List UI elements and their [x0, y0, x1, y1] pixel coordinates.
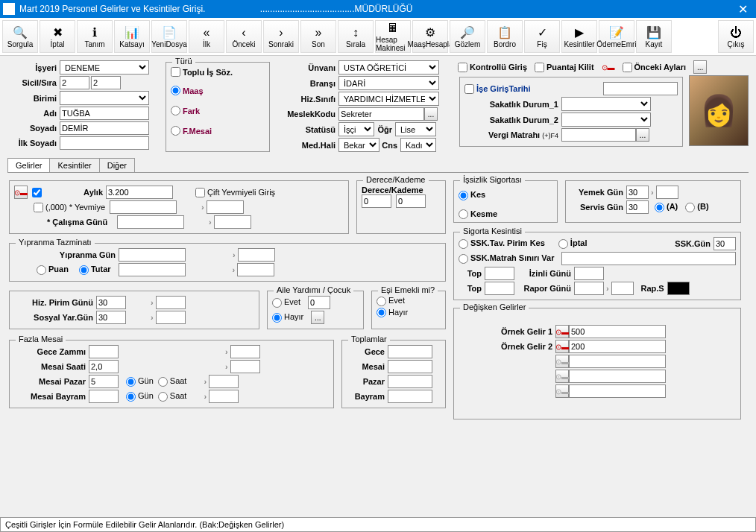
yipranmagun-input[interactable] — [119, 248, 186, 262]
ornek2-input[interactable] — [569, 340, 666, 353]
toolbar-i̇ptal[interactable]: ✖İptal — [40, 20, 75, 53]
gecezammi-alt-input[interactable] — [230, 345, 260, 358]
ab-b-radio[interactable]: (B) — [685, 202, 711, 212]
pazar-saat-radio[interactable]: Saat — [158, 376, 187, 387]
fmesai-radio[interactable]: F.Mesai — [171, 126, 212, 136]
medhal-select[interactable]: Bekar — [338, 138, 379, 152]
yipranma-alt-input[interactable] — [238, 248, 275, 262]
toolbar-ödemeemri[interactable]: 📝ÖdemeEmri — [599, 20, 634, 53]
tab-diger[interactable]: Diğer — [99, 158, 135, 172]
meslek-lookup-button[interactable]: ... — [424, 107, 438, 121]
izinli-input[interactable] — [574, 267, 604, 280]
top1-input[interactable] — [485, 267, 514, 280]
toolbar-maaşhesapla[interactable]: ⚙MaaşHesapla — [412, 20, 448, 53]
tab-kesintiler[interactable]: Kesintiler — [49, 158, 99, 172]
sskmatrah-input[interactable] — [561, 252, 736, 265]
aylik-input[interactable] — [106, 186, 173, 199]
toolbar-yenidosya[interactable]: 📄YeniDosya — [151, 20, 187, 53]
ogr-select[interactable]: Lise — [395, 122, 436, 136]
bayram-gun-radio[interactable]: Gün — [126, 391, 154, 402]
degisken-input-5[interactable] — [569, 384, 666, 398]
yevmiye-input[interactable] — [110, 200, 177, 214]
mesaipazar-input[interactable] — [89, 375, 119, 388]
hizprim-input[interactable] — [96, 296, 126, 309]
cocuk-input[interactable] — [308, 296, 330, 309]
mesaibayram-input[interactable] — [89, 390, 119, 403]
maas-radio[interactable]: Maaş — [171, 86, 204, 95]
degisken-key-3[interactable]: ⊙▬ — [555, 355, 569, 368]
mesaibayram-alt-input[interactable] — [209, 390, 239, 403]
sosyalyar-alt-input[interactable] — [156, 311, 186, 324]
mesaisaati-alt-input[interactable] — [230, 360, 260, 373]
calisma-input[interactable] — [117, 215, 184, 229]
pazar-input[interactable] — [388, 375, 432, 388]
birimi-select[interactable] — [60, 91, 149, 105]
tutar-radio[interactable]: Tutar — [79, 265, 114, 275]
toolbar-gözlem[interactable]: 🔎Gözlem — [450, 20, 485, 53]
yemekgun-alt-input[interactable] — [656, 186, 678, 199]
servisgun-input[interactable] — [626, 200, 649, 214]
puantaj-check[interactable]: Puantaj Kilit — [535, 63, 594, 72]
bransi-select[interactable]: İDARİ — [338, 76, 439, 90]
cns-select[interactable]: Kadın — [400, 138, 436, 152]
toolbar-tanım[interactable]: ℹTanım — [77, 20, 113, 53]
fark-radio[interactable]: Fark — [171, 106, 200, 115]
isyeri-select[interactable]: DENEME — [60, 60, 149, 75]
hizsinifi-select[interactable]: YARDIMCI HİZMETLER — [338, 92, 439, 106]
degisken-input-3[interactable] — [569, 355, 666, 368]
mesaisaati-input[interactable] — [89, 360, 119, 373]
yemekgun-input[interactable] — [626, 186, 649, 199]
toolbar-sorgula[interactable]: 🔍Sorgula — [2, 20, 38, 53]
calisma-alt-input[interactable] — [214, 215, 251, 229]
esemekli-evet-radio[interactable]: Evet — [377, 296, 405, 306]
rapor-alt-input[interactable] — [611, 282, 634, 295]
tab-gelirler[interactable]: Gelirler — [7, 158, 50, 172]
puan-radio[interactable]: Puan — [37, 265, 72, 275]
rapor-input[interactable] — [574, 282, 604, 295]
soyadi-input[interactable] — [60, 121, 149, 135]
ciftyevmiye-check[interactable]: Çift Yevmiyeli Giriş — [195, 188, 275, 197]
close-button[interactable]: ✕ — [732, 2, 753, 16]
aile-evet-radio[interactable]: Evet — [272, 297, 300, 308]
mesai-input[interactable] — [388, 360, 432, 373]
status-select[interactable]: İşçi — [338, 122, 374, 136]
kes-radio[interactable]: Kes — [459, 190, 488, 199]
sicil-input-2[interactable] — [91, 76, 121, 89]
ornek1-key-button[interactable]: ⊙▬ — [555, 325, 569, 338]
sakatlik2-select[interactable] — [561, 113, 651, 127]
puan-tutar-input[interactable] — [119, 263, 186, 276]
degisken-key-4[interactable]: ⊙▬ — [555, 370, 569, 383]
aylik-check[interactable] — [32, 188, 42, 197]
isegiris-check[interactable]: İşe GirişTarihi — [464, 84, 531, 94]
onceki-check[interactable]: Önceki Ayları — [623, 63, 687, 72]
yevmiye-alt-input[interactable] — [207, 200, 244, 214]
degisken-key-5[interactable]: ⊙▬ — [555, 384, 569, 398]
toolbar-katsayı[interactable]: 📊Katsayı — [114, 20, 150, 53]
kontrollu-check[interactable]: Kontrollü Giriş — [458, 63, 527, 72]
vergimatrah-input[interactable] — [561, 128, 636, 142]
ab-a-radio[interactable]: (A) — [655, 202, 681, 212]
onceki-lookup-button[interactable]: ... — [693, 60, 707, 74]
yevmiye-check[interactable]: (,000) * Yevmiye — [34, 203, 105, 212]
puan-tutar-alt-input[interactable] — [237, 263, 274, 276]
toolbar-fiş[interactable]: ✓Fiş — [524, 20, 560, 53]
iptal-radio[interactable]: İptal — [558, 238, 590, 249]
aile-lookup-button[interactable]: ... — [311, 311, 324, 324]
toolbar-önceki[interactable]: ‹Önceki — [226, 20, 262, 53]
pazar-gun-radio[interactable]: Gün — [126, 376, 154, 387]
toolbar-kayıt[interactable]: 💾Kayıt — [636, 20, 672, 53]
ornek1-input[interactable] — [569, 325, 666, 338]
sosyalyar-input[interactable] — [96, 311, 126, 324]
bayram-saat-radio[interactable]: Saat — [158, 391, 187, 402]
esemekli-hayir-radio[interactable]: Hayır — [377, 308, 408, 318]
ilksoyadi-input[interactable] — [60, 136, 149, 150]
vergi-lookup-button[interactable]: ... — [636, 128, 649, 142]
kesme-radio[interactable]: Kesme — [459, 209, 500, 218]
degisken-input-4[interactable] — [569, 370, 666, 383]
mesaipazar-alt-input[interactable] — [209, 375, 239, 388]
adi-input[interactable] — [60, 107, 149, 120]
bayram-input[interactable] — [388, 390, 432, 403]
gece-input[interactable] — [388, 345, 432, 358]
toplu-is-check[interactable]: Toplu İş Söz. — [171, 67, 233, 77]
sskgun-input[interactable] — [714, 237, 736, 250]
